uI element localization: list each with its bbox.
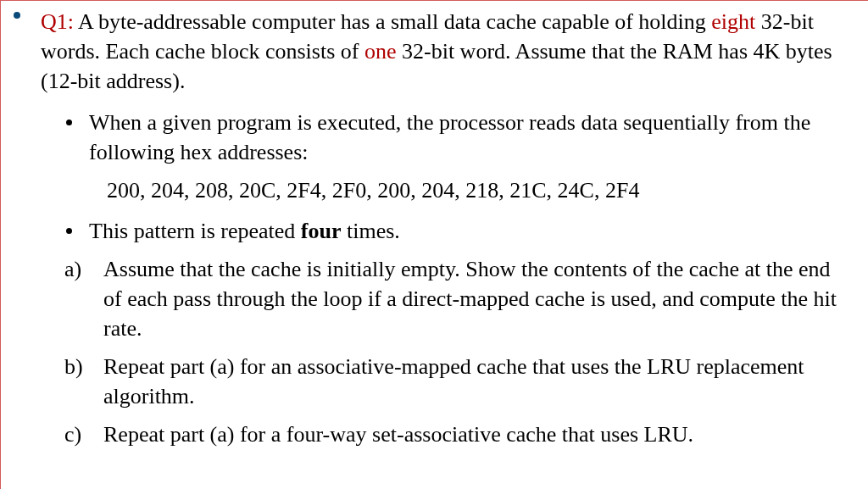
question-intro: Q1: A byte-addressable computer has a sm… xyxy=(41,7,848,96)
bullet-text-1: When a given program is executed, the pr… xyxy=(89,108,848,167)
left-border xyxy=(0,0,1,489)
hex-addresses: 200, 204, 208, 20C, 2F4, 2F0, 200, 204, … xyxy=(41,175,848,205)
item-b-text: Repeat part (a) for an associative-mappe… xyxy=(103,352,848,411)
intro-text-1: A byte-addressable computer has a small … xyxy=(74,9,711,34)
highlight-eight: eight xyxy=(711,9,755,34)
bullet-icon xyxy=(66,119,72,125)
bullet2-bold: four xyxy=(301,219,342,243)
decorative-bullet-icon xyxy=(14,12,20,19)
top-border xyxy=(0,0,868,1)
item-c-label: c) xyxy=(64,420,103,449)
item-c-text: Repeat part (a) for a four-way set-assoc… xyxy=(103,420,848,449)
item-a: a) Assume that the cache is initially em… xyxy=(41,254,848,343)
item-a-text: Assume that the cache is initially empty… xyxy=(103,254,848,343)
question-label: Q1: xyxy=(41,9,74,34)
item-a-label: a) xyxy=(64,254,103,284)
item-c: c) Repeat part (a) for a four-way set-as… xyxy=(41,420,848,449)
item-b: b) Repeat part (a) for an associative-ma… xyxy=(41,352,848,411)
bullet-item-1: When a given program is executed, the pr… xyxy=(41,108,848,167)
bullet-icon xyxy=(66,228,72,234)
bullet2-part1: This pattern is repeated xyxy=(89,219,301,243)
bullet-text-2: This pattern is repeated four times. xyxy=(89,216,848,246)
highlight-one: one xyxy=(364,39,397,64)
bullet-item-2: This pattern is repeated four times. xyxy=(41,216,848,246)
bullet2-part2: times. xyxy=(341,219,399,243)
item-b-label: b) xyxy=(64,352,103,381)
